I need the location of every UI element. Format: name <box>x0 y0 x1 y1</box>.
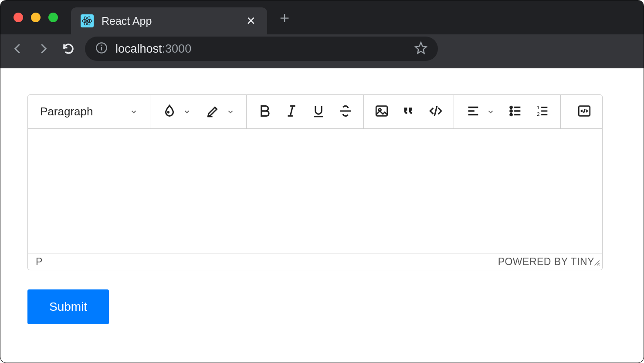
svg-point-20 <box>510 114 512 115</box>
svg-text:1: 1 <box>537 104 539 110</box>
chevron-down-icon <box>130 108 138 116</box>
svg-line-10 <box>290 106 293 116</box>
maximize-window-button[interactable] <box>48 13 58 22</box>
image-icon <box>374 104 389 120</box>
block-format-label: Paragraph <box>40 105 93 118</box>
svg-rect-13 <box>376 106 387 116</box>
page-content: Paragraph <box>0 68 644 350</box>
code-sample-button[interactable] <box>422 100 449 124</box>
toolbar-group-color <box>150 95 247 128</box>
svg-point-18 <box>510 106 512 108</box>
address-bar[interactable]: localhost:3000 <box>85 37 438 61</box>
site-info-icon[interactable] <box>95 42 108 56</box>
italic-button[interactable] <box>278 100 305 124</box>
forward-button[interactable] <box>34 40 52 57</box>
submit-button[interactable]: Submit <box>27 289 109 324</box>
tab-strip: React App ✕ ＋ <box>0 0 644 34</box>
source-code-button[interactable] <box>571 100 598 124</box>
italic-icon <box>284 104 299 120</box>
highlighter-icon <box>206 104 220 120</box>
react-favicon-icon <box>81 14 94 27</box>
drop-icon <box>162 104 177 120</box>
toolbar-group-insert <box>364 95 454 128</box>
blockquote-button[interactable] <box>395 100 422 124</box>
underline-button[interactable] <box>305 100 332 124</box>
bullet-list-icon <box>508 104 523 120</box>
toolbar-group-inline <box>247 95 364 128</box>
strikethrough-button[interactable] <box>332 100 359 124</box>
editor-status-bar: P POWERED BY TINY <box>28 253 602 270</box>
resize-handle-icon[interactable] <box>593 257 600 269</box>
align-left-icon <box>466 104 481 120</box>
bookmark-button[interactable] <box>414 41 427 56</box>
browser-toolbar: localhost:3000 <box>0 34 644 68</box>
element-path[interactable]: P <box>36 256 42 268</box>
close-tab-button[interactable]: ✕ <box>244 13 258 30</box>
source-code-icon <box>577 104 592 120</box>
url-port: :3000 <box>162 42 192 55</box>
svg-text:2: 2 <box>537 111 539 117</box>
highlight-color-button[interactable] <box>198 100 242 124</box>
bullet-list-button[interactable] <box>502 100 529 124</box>
svg-point-6 <box>101 45 102 46</box>
chevron-down-icon <box>487 108 495 116</box>
tab-title: React App <box>102 15 237 27</box>
bold-button[interactable] <box>251 100 278 124</box>
chevron-down-icon <box>227 108 234 116</box>
svg-point-19 <box>510 110 512 111</box>
quote-icon <box>401 104 416 120</box>
editor-toolbar: Paragraph <box>28 95 602 129</box>
numbered-list-button[interactable]: 12 <box>529 100 556 124</box>
minimize-window-button[interactable] <box>31 13 41 22</box>
reload-button[interactable] <box>60 40 77 57</box>
svg-point-0 <box>86 20 88 22</box>
strikethrough-icon <box>338 104 353 120</box>
toolbar-group-source <box>566 95 602 128</box>
text-color-button[interactable] <box>155 100 198 124</box>
bold-icon <box>257 104 272 120</box>
chevron-down-icon <box>183 108 191 116</box>
toolbar-group-lists: 12 <box>454 95 561 128</box>
svg-point-7 <box>167 111 169 114</box>
url-host: localhost <box>115 42 162 55</box>
back-button[interactable] <box>9 40 27 57</box>
insert-image-button[interactable] <box>368 100 395 124</box>
editor-content-area[interactable] <box>28 129 602 253</box>
editor-attribution[interactable]: POWERED BY TINY <box>498 256 594 268</box>
block-format-select[interactable]: Paragraph <box>32 95 146 128</box>
browser-window: React App ✕ ＋ localhost:3000 <box>0 0 644 363</box>
window-controls <box>0 13 71 22</box>
browser-chrome: React App ✕ ＋ localhost:3000 <box>0 0 644 68</box>
url-text: localhost:3000 <box>115 42 191 56</box>
underline-icon <box>311 104 326 120</box>
browser-tab[interactable]: React App ✕ <box>71 7 267 34</box>
rich-text-editor: Paragraph <box>27 94 603 270</box>
toolbar-group-format: Paragraph <box>28 95 150 128</box>
code-icon <box>428 104 443 120</box>
new-tab-button[interactable]: ＋ <box>267 10 302 25</box>
align-button[interactable] <box>458 100 502 124</box>
close-window-button[interactable] <box>14 13 23 22</box>
numbered-list-icon: 12 <box>535 104 550 120</box>
